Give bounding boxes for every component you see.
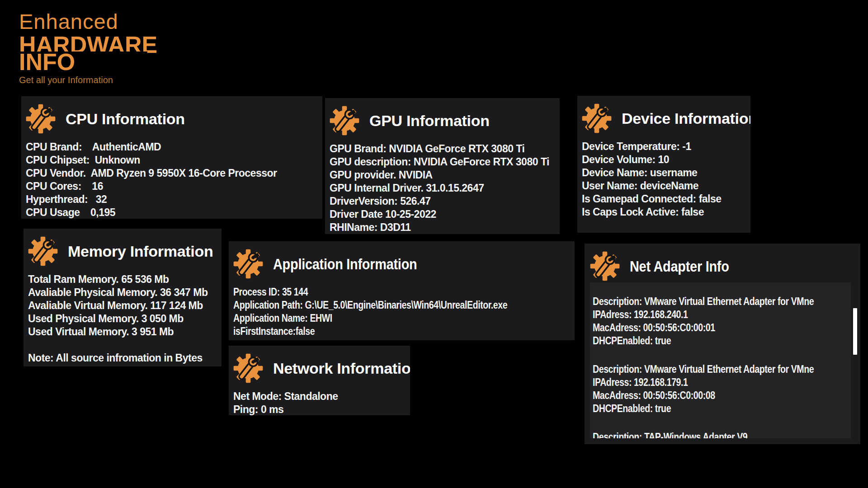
total-ram-line: Total Ram Memory. 65 536 Mb bbox=[28, 273, 217, 286]
panel-header: Device Information bbox=[582, 103, 746, 134]
panel-body: GPU Brand: NVIDIA GeForce RTX 3080 Ti GP… bbox=[330, 142, 555, 234]
panel-header: GPU Information bbox=[330, 105, 555, 136]
panel-header: CPU Information bbox=[26, 103, 318, 134]
cpu-information-panel: CPU Information CPU Brand: AuthenticAMD … bbox=[21, 96, 322, 219]
gpu-information-panel: GPU Information GPU Brand: NVIDIA GeForc… bbox=[325, 98, 560, 234]
device-volume-line: Device Volume: 10 bbox=[582, 153, 746, 166]
panel-header: Network Information bbox=[233, 353, 406, 384]
panel-body: Total Ram Memory. 65 536 Mb Avaliable Ph… bbox=[28, 273, 217, 365]
gear-wrench-icon bbox=[233, 353, 263, 383]
gpu-provider-line: GPU provider. NVIDIA bbox=[330, 169, 555, 182]
first-instance-line: isFirstInstance:false bbox=[233, 325, 519, 338]
logo-line-enhanced: Enhanced bbox=[19, 10, 157, 33]
logo-tagline: Get all your Information bbox=[19, 75, 157, 85]
panel-body: Net Mode: Standalone Ping: 0 ms bbox=[233, 390, 406, 415]
available-physical-line: Avaliable Physical Memory. 36 347 Mb bbox=[28, 286, 217, 299]
adapter-description-line: Description: VMware Virtual Ethernet Ada… bbox=[593, 363, 812, 376]
gpu-brand-line: GPU Brand: NVIDIA GeForce RTX 3080 Ti bbox=[330, 142, 555, 155]
panel-title: Device Information bbox=[622, 110, 750, 127]
gear-wrench-icon bbox=[26, 104, 56, 134]
cpu-hyperthread-line: Hyperthread: 32 bbox=[26, 193, 318, 206]
gpu-driver-date-line: Driver Date 10-25-2022 bbox=[330, 208, 555, 221]
gear-wrench-icon bbox=[330, 106, 359, 136]
cpu-cores-line: CPU Cores: 16 bbox=[26, 180, 318, 193]
adapter-entry: Description: VMware Virtual Ethernet Ada… bbox=[593, 295, 851, 347]
panel-body: CPU Brand: AuthenticAMD CPU Chipset: Unk… bbox=[26, 141, 318, 219]
ping-line: Ping: 0 ms bbox=[233, 403, 406, 415]
scrollbar-thumb[interactable] bbox=[853, 308, 857, 355]
adapter-ip-line: IPAdress: 192.168.179.1 bbox=[593, 376, 812, 389]
available-virtual-line: Avaliable Virtual Memory. 117 124 Mb bbox=[28, 299, 217, 312]
application-name-line: Application Name: EHWI bbox=[233, 312, 519, 325]
used-physical-line: Used Physical Memory. 3 050 Mb bbox=[28, 312, 217, 325]
memory-information-panel: Memory Information Total Ram Memory. 65 … bbox=[24, 229, 222, 366]
adapter-description-line: Description: VMware Virtual Ethernet Ada… bbox=[593, 295, 812, 308]
panel-body: Process ID: 35 144 Application Path: G:\… bbox=[233, 286, 570, 338]
adapter-dhcp-line: DHCPEnabled: true bbox=[593, 402, 812, 415]
cpu-vendor-line: CPU Vendor. AMD Ryzen 9 5950X 16-Core Pr… bbox=[26, 167, 318, 180]
cpu-brand-line: CPU Brand: AuthenticAMD bbox=[26, 141, 318, 154]
panel-title: Net Adapter Info bbox=[630, 258, 729, 275]
cpu-chipset-line: CPU Chipset: Unknown bbox=[26, 154, 318, 167]
panel-header: Application Information bbox=[233, 249, 570, 279]
device-name-line: Device Name: username bbox=[582, 166, 746, 179]
gamepad-connected-line: Is Gamepad Connected: false bbox=[582, 192, 746, 206]
adapter-entry: Description: VMware Virtual Ethernet Ada… bbox=[593, 363, 851, 415]
cpu-usage-line: CPU Usage 0,195 bbox=[26, 206, 318, 219]
adapter-entry: Description: TAP-Windows Adapter V9 bbox=[593, 431, 851, 438]
adapter-mac-line: MacAdress: 00:50:56:C0:00:08 bbox=[593, 389, 812, 402]
process-id-line: Process ID: 35 144 bbox=[233, 286, 519, 299]
user-name-line: User Name: deviceName bbox=[582, 179, 746, 192]
device-information-panel: Device Information Device Temperature: -… bbox=[577, 96, 750, 233]
panel-body: Device Temperature: -1 Device Volume: 10… bbox=[582, 140, 746, 219]
net-adapter-scroll-area[interactable]: Description: VMware Virtual Ethernet Ada… bbox=[590, 282, 851, 438]
adapter-description-line: Description: TAP-Windows Adapter V9 bbox=[593, 431, 812, 438]
application-information-panel: Application Information Process ID: 35 1… bbox=[229, 241, 575, 340]
device-temperature-line: Device Temperature: -1 bbox=[582, 140, 746, 153]
memory-note-line: Note: All source infromation in Bytes bbox=[28, 352, 217, 365]
gpu-description-line: GPU description: NVIDIA GeForce RTX 3080… bbox=[330, 155, 555, 169]
panel-title: CPU Information bbox=[66, 110, 185, 128]
gear-wrench-icon bbox=[233, 249, 263, 279]
adapter-ip-line: IPAdress: 192.168.240.1 bbox=[593, 308, 812, 321]
caps-lock-line: Is Caps Lock Active: false bbox=[582, 206, 746, 219]
net-adapter-info-panel: Net Adapter Info Description: VMware Vir… bbox=[585, 244, 860, 444]
application-path-line: Application Path: G:\UE_5.0\Engine\Binar… bbox=[233, 299, 519, 312]
logo-line-info-wrap: INFO bbox=[19, 56, 157, 73]
adapter-mac-line: MacAdress: 00:50:56:C0:00:01 bbox=[593, 321, 812, 334]
panel-title: Memory Information bbox=[68, 243, 213, 260]
gear-wrench-icon bbox=[28, 236, 58, 266]
gpu-rhi-name-line: RHIName: D3D11 bbox=[330, 221, 555, 234]
panel-title: GPU Information bbox=[369, 112, 490, 130]
network-information-panel: Network Information Net Mode: Standalone… bbox=[229, 346, 410, 415]
gpu-internal-driver-line: GPU Internal Driver. 31.0.15.2647 bbox=[330, 182, 555, 195]
panel-header: Net Adapter Info bbox=[590, 251, 855, 282]
used-virtual-line: Used Virtual Memory. 3 951 Mb bbox=[28, 325, 217, 338]
gear-wrench-icon bbox=[590, 251, 620, 281]
adapter-dhcp-line: DHCPEnabled: true bbox=[593, 334, 812, 347]
app-logo: Enhanced HARDWARE INFO Get all your Info… bbox=[19, 10, 157, 85]
panel-title: Network Information bbox=[273, 360, 410, 377]
panel-title: Application Information bbox=[273, 255, 417, 273]
gear-wrench-icon bbox=[582, 103, 612, 133]
net-mode-line: Net Mode: Standalone bbox=[233, 390, 406, 403]
panel-header: Memory Information bbox=[28, 236, 217, 267]
gpu-driver-version-line: DriverVersion: 526.47 bbox=[330, 195, 555, 208]
logo-line-info: INFO bbox=[19, 52, 147, 73]
